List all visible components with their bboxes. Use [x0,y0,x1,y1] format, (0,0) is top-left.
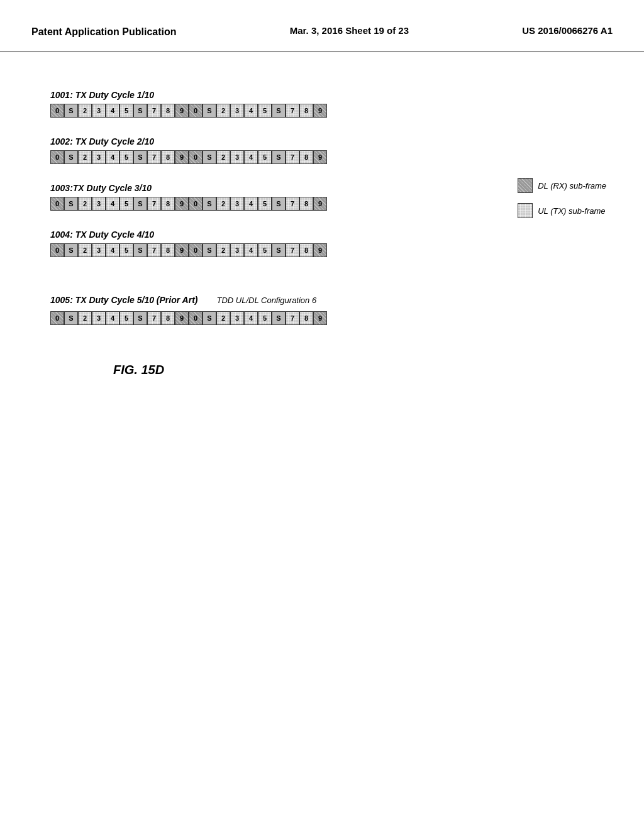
cell: 4 [106,150,119,164]
cell: S [203,150,216,164]
cell: 8 [299,104,313,118]
cell: 7 [286,243,299,257]
cell: 2 [78,197,92,211]
cell: 3 [230,311,244,325]
cell: S [272,150,286,164]
cell: 2 [216,243,230,257]
cell: 7 [286,104,299,118]
cell: 3 [92,311,106,325]
cell: 9 [175,243,189,257]
cell: S [64,150,78,164]
cell: 8 [161,104,175,118]
cell: S [272,104,286,118]
cell: 0 [189,243,203,257]
legend-dl-label: DL (RX) sub-frame [538,181,606,191]
cell: 0 [50,150,64,164]
cell: 0 [50,311,64,325]
cell: 4 [106,197,119,211]
cell: 8 [161,150,175,164]
cell: 5 [258,150,272,164]
cell: 8 [299,197,313,211]
cell: S [203,197,216,211]
cell: 0 [50,197,64,211]
cell: S [272,243,286,257]
cell: 0 [189,197,203,211]
cell: 7 [147,243,161,257]
legend: DL (RX) sub-frame UL (TX) sub-frame [518,178,606,218]
cell: 3 [92,197,106,211]
cell: 0 [189,104,203,118]
cell: 2 [216,197,230,211]
cycle-1001: 1001: TX Duty Cycle 1/10 0 S 2 3 4 5 S 7… [50,90,594,118]
cell: 8 [161,243,175,257]
cell: 2 [216,104,230,118]
cell: 3 [230,243,244,257]
cell: 7 [147,104,161,118]
cell: 5 [258,197,272,211]
cell: S [272,311,286,325]
page-header: Patent Application Publication Mar. 3, 2… [0,0,644,52]
cell: 9 [313,243,327,257]
cell: 3 [92,150,106,164]
cell: 7 [147,197,161,211]
legend-ul-box [518,203,533,218]
cell: 4 [244,311,258,325]
cell: 9 [313,150,327,164]
cell: 0 [189,150,203,164]
cell: S [203,104,216,118]
cell: 4 [106,243,119,257]
cell: 5 [119,150,133,164]
diagram-area: 1001: TX Duty Cycle 1/10 0 S 2 3 4 5 S 7… [50,90,594,377]
cell: 7 [286,311,299,325]
cell: S [64,311,78,325]
cell: 4 [244,104,258,118]
cell: 4 [106,104,119,118]
cycle-1004-cells: 0 S 2 3 4 5 S 7 8 9 0 S 2 3 4 5 S 7 8 9 [50,243,594,257]
cell: 3 [92,104,106,118]
cycle-1005-cells: 0 S 2 3 4 5 S 7 8 9 0 S 2 3 4 5 S 7 8 9 [50,311,594,325]
cycle-1003-cells: 0 S 2 3 4 5 S 7 8 9 0 S 2 3 4 5 S 7 8 9 [50,197,594,211]
cell: 2 [216,150,230,164]
cell: 3 [230,150,244,164]
cycle-1004: 1004: TX Duty Cycle 4/10 0 S 2 3 4 5 S 7… [50,230,594,257]
cell: 4 [244,150,258,164]
cell: 8 [299,243,313,257]
cell: 7 [286,150,299,164]
cell: S [203,311,216,325]
cell: 5 [119,197,133,211]
legend-dl: DL (RX) sub-frame [518,178,606,193]
cell: 8 [161,197,175,211]
cycle-1002: 1002: TX Duty Cycle 2/10 0 S 2 3 4 5 S 7… [50,136,594,164]
publication-title: Patent Application Publication [31,25,177,39]
cell: 4 [106,311,119,325]
cell: S [133,150,147,164]
cell: S [133,197,147,211]
cell: S [203,243,216,257]
cycle-1002-cells: 0 S 2 3 4 5 S 7 8 9 0 S 2 3 4 5 S 7 8 9 [50,150,594,164]
publication-number: US 2016/0066276 A1 [522,25,613,36]
cell: S [64,243,78,257]
cycle-1003: 1003:TX Duty Cycle 3/10 0 S 2 3 4 5 S 7 … [50,183,594,211]
cycle-1005: 1005: TX Duty Cycle 5/10 (Prior Art) TDD… [50,295,594,325]
cell: 7 [286,197,299,211]
cell: S [64,104,78,118]
cycle-1005-label: 1005: TX Duty Cycle 5/10 (Prior Art) [50,295,197,305]
legend-ul: UL (TX) sub-frame [518,203,606,218]
cell: 9 [175,104,189,118]
cell: 9 [313,104,327,118]
cell: 8 [161,311,175,325]
cell: 5 [119,311,133,325]
cell: 2 [78,150,92,164]
cycle-1001-label: 1001: TX Duty Cycle 1/10 [50,90,594,100]
cell: 9 [175,197,189,211]
cell: 2 [78,243,92,257]
cell: S [64,197,78,211]
cell: 8 [299,311,313,325]
cell: 3 [230,104,244,118]
cell: 0 [50,104,64,118]
cell: 8 [299,150,313,164]
cycle-1004-label: 1004: TX Duty Cycle 4/10 [50,230,594,240]
figure-label: FIG. 15D [113,363,594,377]
cell: 4 [244,243,258,257]
cell: 2 [78,104,92,118]
